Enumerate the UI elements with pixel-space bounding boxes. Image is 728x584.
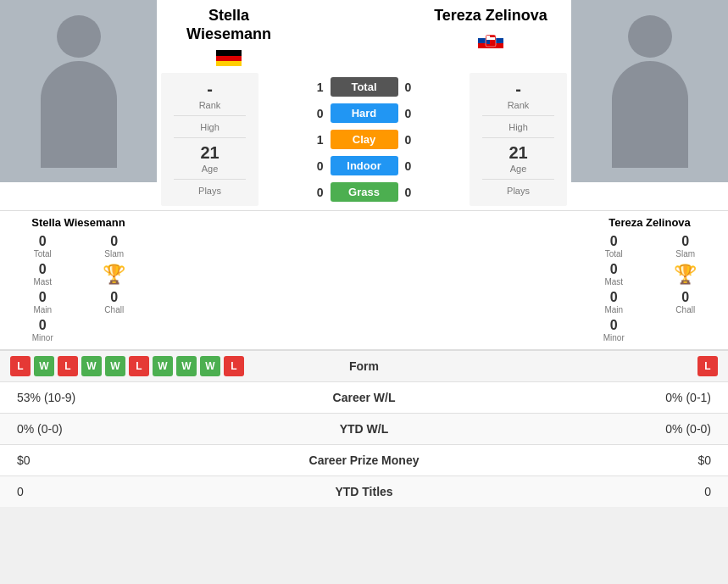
top-section: Stella Wiesemann Tereza Zelinova xyxy=(0,0,728,210)
player1-flag xyxy=(169,47,288,69)
p2-total-value: 0 xyxy=(583,234,645,249)
player1-age-label: Age xyxy=(164,164,255,174)
p1-chall-label: Chall xyxy=(84,305,146,314)
p1-mast-item: 0 Mast xyxy=(12,262,74,286)
p1-main-value: 0 xyxy=(12,290,74,305)
player1-high-label: High xyxy=(164,122,255,132)
p2-main-label: Main xyxy=(583,305,645,314)
surface-clay-left: 1 xyxy=(308,133,324,147)
p1-chall-value: 0 xyxy=(84,290,146,305)
player2-card: Tereza Zelinova 0 Total 0 Slam 0 Mast 🏆 xyxy=(571,211,728,349)
surface-total-left: 1 xyxy=(308,81,324,94)
player2-age-item: 21 Age xyxy=(473,143,564,174)
p2-mast-item: 0 Mast xyxy=(583,262,645,286)
total-button[interactable]: Total xyxy=(331,77,398,97)
svg-rect-2 xyxy=(216,61,242,66)
player2-photo xyxy=(571,0,728,182)
player1-name: Stella xyxy=(169,7,288,25)
stats-row-3: 0 YTD Titles 0 xyxy=(0,476,728,507)
player2-silhouette xyxy=(603,15,697,168)
p1-slam-value: 0 xyxy=(84,234,146,249)
player2-rank-item: - Rank xyxy=(473,80,564,110)
p1-total-label: Total xyxy=(12,249,74,259)
player1-form-badge: W xyxy=(153,356,173,376)
stats-left-1: 0% (0-0) xyxy=(17,422,280,436)
stats-label-3: YTD Titles xyxy=(280,485,449,498)
player1-form-badge: W xyxy=(200,356,220,376)
stats-row-2: $0 Career Prize Money $0 xyxy=(0,444,728,476)
p2-total-item: 0 Total xyxy=(583,234,645,259)
divider1 xyxy=(174,115,247,116)
indoor-button[interactable]: Indoor xyxy=(331,156,398,175)
player2-flag xyxy=(423,29,559,51)
p2-slam-value: 0 xyxy=(655,234,717,249)
surface-clay-row: 1 Clay 0 xyxy=(263,130,465,149)
stats-label-0: Career W/L xyxy=(280,391,449,404)
player1-form-badge: L xyxy=(10,356,31,376)
p2-main-item: 0 Main xyxy=(583,290,645,314)
p2-minor-item: 0 Minor xyxy=(583,318,645,342)
p1-mast-label: Mast xyxy=(12,277,74,286)
svg-rect-1 xyxy=(216,56,242,62)
player1-form-badge: W xyxy=(81,356,102,376)
surface-hard-left: 0 xyxy=(308,107,324,120)
player1-name2: Wiesemann xyxy=(169,25,288,44)
center-section: Stella Wiesemann Tereza Zelinova xyxy=(157,0,571,210)
player1-high-item: High xyxy=(164,121,255,132)
player1-form-badge: W xyxy=(176,356,197,376)
stats-right-3: 0 xyxy=(449,485,712,498)
p1-slam-label: Slam xyxy=(84,249,146,259)
player1-age-item: 21 Age xyxy=(164,143,255,174)
surface-grass-left: 0 xyxy=(308,186,324,199)
player1-rank-item: - Rank xyxy=(164,80,255,110)
hard-button[interactable]: Hard xyxy=(331,103,398,123)
player1-name-box: Stella Wiesemann xyxy=(169,7,288,69)
player1-form-badge: L xyxy=(224,356,244,376)
player2-high-label: High xyxy=(473,122,564,132)
p1-main-item: 0 Main xyxy=(12,290,74,314)
stats-label-2: Career Prize Money xyxy=(280,453,449,467)
player1-plays-item: Plays xyxy=(164,185,255,196)
stats-label-1: YTD W/L xyxy=(280,422,449,436)
player2-body xyxy=(612,61,688,168)
player2-plays-item: Plays xyxy=(473,185,564,196)
p1-slam-item: 0 Slam xyxy=(84,234,146,259)
stats-left-2: $0 xyxy=(17,453,280,467)
player2-high-item: High xyxy=(473,121,564,132)
divider5 xyxy=(482,137,555,138)
surface-indoor-left: 0 xyxy=(308,159,324,173)
middle-spacer xyxy=(157,211,571,349)
player1-card-name: Stella Wiesemann xyxy=(31,216,125,229)
grass-button[interactable]: Grass xyxy=(331,182,398,202)
p2-mast-label: Mast xyxy=(583,277,645,286)
p1-total-value: 0 xyxy=(12,234,74,249)
player1-age-value: 21 xyxy=(164,143,255,163)
stats-rows-container: 53% (10-9) Career W/L 0% (0-1) 0% (0-0) … xyxy=(0,381,728,507)
player1-rank-value: - xyxy=(164,80,255,99)
player1-form-badge: W xyxy=(105,356,125,376)
main-container: Stella Wiesemann Tereza Zelinova xyxy=(0,0,728,507)
player1-form-badges: LWLWWLWWWL xyxy=(10,356,308,376)
svg-rect-9 xyxy=(490,37,495,40)
player1-form-badge: L xyxy=(129,356,149,376)
svg-rect-8 xyxy=(486,40,490,44)
p2-mast-value: 0 xyxy=(583,262,645,277)
player2-card-name: Tereza Zelinova xyxy=(609,216,691,229)
divider2 xyxy=(174,137,247,138)
player1-head xyxy=(57,15,101,58)
stats-right-2: $0 xyxy=(449,453,712,467)
stats-row-0: 53% (10-9) Career W/L 0% (0-1) xyxy=(0,381,728,413)
player2-plays-label: Plays xyxy=(473,186,564,196)
p1-total-item: 0 Total xyxy=(12,234,74,259)
clay-button[interactable]: Clay xyxy=(331,130,398,149)
player1-body xyxy=(41,61,117,168)
player2-rank-value: - xyxy=(473,80,564,99)
player1-form-badge: W xyxy=(34,356,54,376)
svg-rect-0 xyxy=(216,50,242,56)
trophy-icon-1: 🏆 xyxy=(84,264,146,286)
player2-form-badges: L xyxy=(420,356,719,376)
surface-total-right: 0 xyxy=(405,81,420,94)
surfaces-col: 1 Total 0 0 Hard 0 1 Clay 0 xyxy=(263,73,465,206)
divider3 xyxy=(174,179,247,180)
player1-silhouette xyxy=(32,15,125,168)
